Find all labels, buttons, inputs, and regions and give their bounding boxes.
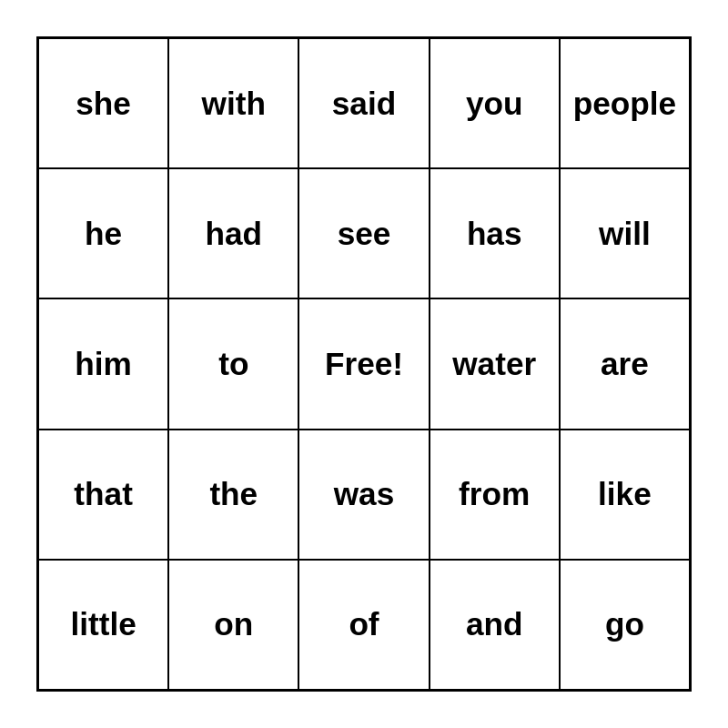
bingo-cell-r0c1[interactable]: with — [168, 38, 298, 168]
bingo-word-r1c0: he — [85, 216, 122, 252]
bingo-cell-r4c3[interactable]: and — [430, 560, 560, 690]
bingo-cell-r1c4[interactable]: will — [560, 168, 690, 298]
bingo-cell-r0c0[interactable]: she — [38, 38, 168, 168]
bingo-cell-r2c2[interactable]: Free! — [298, 298, 429, 429]
bingo-word-r1c4: will — [599, 216, 651, 252]
bingo-word-r2c2: Free! — [325, 346, 403, 382]
bingo-word-r0c3: you — [466, 86, 523, 122]
bingo-word-r3c4: like — [598, 476, 652, 512]
bingo-cell-r1c1[interactable]: had — [168, 168, 298, 298]
bingo-cell-r1c2[interactable]: see — [298, 168, 429, 298]
bingo-cell-r2c0[interactable]: him — [38, 298, 168, 429]
bingo-cell-r4c1[interactable]: on — [168, 560, 298, 690]
bingo-word-r2c3: water — [452, 346, 536, 382]
bingo-cell-r0c4[interactable]: people — [560, 38, 690, 168]
bingo-word-r2c1: to — [218, 346, 248, 382]
bingo-word-r4c4: go — [605, 606, 644, 642]
bingo-word-r3c3: from — [459, 476, 530, 512]
bingo-cell-r4c4[interactable]: go — [560, 560, 690, 690]
bingo-word-r2c4: are — [601, 346, 649, 382]
bingo-word-r1c3: has — [467, 216, 522, 252]
bingo-word-r4c3: and — [466, 606, 523, 642]
bingo-word-r0c2: said — [332, 86, 396, 122]
bingo-cell-r4c0[interactable]: little — [38, 560, 168, 690]
bingo-cell-r1c3[interactable]: has — [430, 168, 560, 298]
bingo-cell-r2c4[interactable]: are — [560, 298, 690, 429]
bingo-cell-r2c1[interactable]: to — [168, 298, 298, 429]
bingo-word-r4c1: on — [214, 606, 253, 642]
bingo-word-r3c1: the — [209, 476, 258, 512]
bingo-cell-r1c0[interactable]: he — [38, 168, 168, 298]
bingo-word-r3c0: that — [74, 476, 133, 512]
bingo-cell-r3c0[interactable]: that — [38, 430, 168, 560]
bingo-word-r2c0: him — [75, 346, 132, 382]
bingo-word-r0c1: with — [202, 86, 266, 122]
bingo-word-r1c1: had — [206, 216, 263, 252]
bingo-cell-r3c1[interactable]: the — [168, 430, 298, 560]
bingo-word-r0c4: people — [573, 86, 676, 122]
bingo-word-r3c2: was — [334, 476, 395, 512]
bingo-word-r4c2: of — [349, 606, 379, 642]
bingo-word-r0c0: she — [76, 86, 131, 122]
bingo-cell-r3c4[interactable]: like — [560, 430, 690, 560]
bingo-word-r4c0: little — [70, 606, 136, 642]
bingo-cell-r3c2[interactable]: was — [298, 430, 429, 560]
bingo-cell-r0c2[interactable]: said — [298, 38, 429, 168]
bingo-cell-r4c2[interactable]: of — [298, 560, 429, 690]
bingo-cell-r2c3[interactable]: water — [430, 298, 560, 429]
bingo-cell-r0c3[interactable]: you — [430, 38, 560, 168]
bingo-word-r1c2: see — [338, 216, 391, 252]
bingo-cell-r3c3[interactable]: from — [430, 430, 560, 560]
bingo-board: shewithsaidyoupeoplehehadseehaswillhimto… — [36, 36, 692, 692]
